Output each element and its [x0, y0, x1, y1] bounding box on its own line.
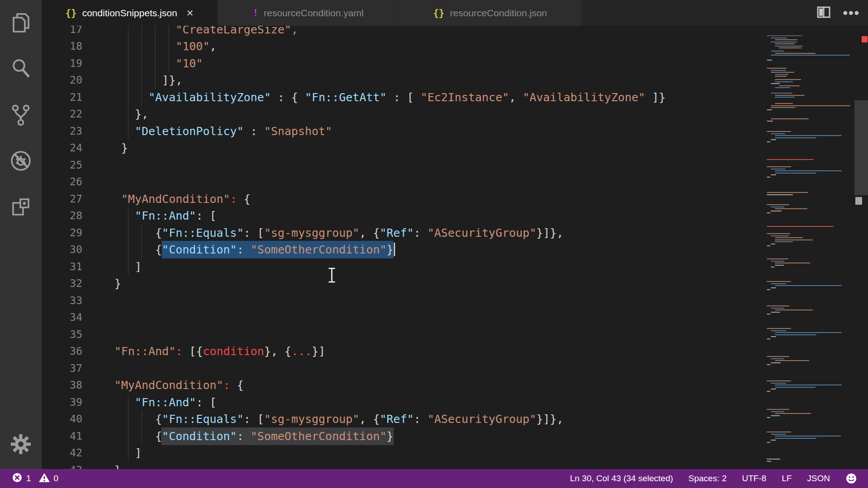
minimap-line	[771, 83, 780, 84]
code-token: {	[114, 243, 162, 256]
code-line[interactable]: 25	[42, 157, 868, 174]
code-line[interactable]: 40 {"Fn::Equals": ["sg-mysggroup", {"Ref…	[42, 411, 868, 428]
code-line[interactable]: 30 {"Condition": "SomeOtherCondition"}	[42, 241, 868, 258]
minimap-line	[767, 159, 814, 160]
indent-guide	[142, 428, 142, 445]
minimap-line	[771, 312, 780, 313]
indent-guide	[142, 89, 142, 106]
code-line[interactable]: 23 "DeletionPolicy" : "Snapshot"	[42, 123, 868, 140]
code-line[interactable]: 22 },	[42, 106, 868, 123]
code-token: "MyAndCondition"	[121, 192, 230, 206]
indent-guide	[155, 55, 156, 72]
code-line[interactable]: 27 "MyAndCondition": {	[42, 191, 868, 208]
tab-conditionSnippets-json[interactable]: {} conditionSnippets.json ✕	[42, 0, 218, 26]
minimap-line	[775, 438, 816, 439]
code-line[interactable]: 26	[42, 174, 868, 191]
code-token	[114, 26, 175, 36]
code-line[interactable]: 18 "100",	[42, 38, 868, 55]
code-token: "CreateLargeSize",	[175, 26, 298, 36]
code-line[interactable]: 32}	[42, 275, 868, 292]
code-line[interactable]: 31 ]	[42, 258, 868, 276]
extensions-icon[interactable]	[0, 186, 42, 228]
language-mode[interactable]: JSON	[807, 474, 830, 483]
code-line[interactable]: 19 "10"	[42, 55, 868, 72]
code-line[interactable]: 24 }	[42, 140, 868, 157]
line-number: 29	[42, 225, 82, 242]
code-token: ]},	[114, 74, 183, 87]
line-number: 17	[42, 26, 82, 38]
line-number: 18	[42, 38, 82, 55]
code-token: :	[230, 192, 237, 206]
minimap-line	[775, 285, 842, 286]
minimap-line	[775, 239, 813, 240]
code-line[interactable]: 36"Fn::And": [{condition}, {...}]	[42, 343, 868, 360]
tab-resourceCondition-yaml[interactable]: ! resourceCondition.yaml	[218, 0, 399, 26]
more-actions-icon[interactable]: •••	[843, 0, 860, 26]
code-token: "Ref"	[380, 226, 414, 239]
eol-setting[interactable]: LF	[782, 474, 792, 483]
indentation-setting[interactable]: Spaces: 2	[689, 474, 727, 483]
code-line[interactable]: 42 ]	[42, 445, 868, 462]
explorer-icon[interactable]	[0, 2, 42, 43]
minimap-line	[775, 332, 842, 333]
code-line[interactable]: 20 ]},	[42, 72, 868, 89]
code-line[interactable]: 37	[42, 360, 868, 377]
indent-guide	[128, 445, 128, 462]
code-line[interactable]: 38"MyAndCondition": {	[42, 377, 868, 394]
code-token: "Condition"	[162, 430, 237, 443]
code-editor[interactable]: 17 "CreateLargeSize",18 "100",19 "10"20 …	[42, 26, 868, 469]
tab-resourceCondition-json[interactable]: {} resourceCondition.json	[399, 0, 582, 26]
minimap-line	[767, 121, 773, 122]
indent-guide	[128, 106, 128, 123]
activity-bar	[0, 0, 42, 469]
code-line[interactable]: 41 {"Condition": "SomeOtherCondition"}	[42, 428, 868, 445]
split-editor-icon[interactable]	[816, 5, 831, 21]
code-line[interactable]: 33	[42, 292, 868, 310]
indent-guide	[142, 55, 142, 72]
code-line[interactable]: 21 "AvailabilityZone" : { "Fn::GetAtt" :…	[42, 89, 868, 106]
feedback-smiley-icon[interactable]	[845, 473, 857, 484]
code-token: : [	[196, 209, 217, 222]
code-line[interactable]: 39 "Fn::And": [	[42, 394, 868, 411]
settings-gear-icon[interactable]	[0, 423, 42, 465]
code-line[interactable]: 29 {"Fn::Equals": ["sg-mysggroup", {"Ref…	[42, 225, 868, 242]
code-token	[114, 192, 121, 206]
selection-marker	[855, 197, 862, 205]
encoding-setting[interactable]: UTF-8	[742, 474, 766, 483]
scrollbar-thumb[interactable]	[854, 100, 868, 195]
line-number: 30	[42, 241, 82, 258]
code-token: }	[387, 243, 393, 256]
line-number: 43	[42, 462, 82, 469]
code-token: }	[114, 141, 128, 155]
problems-indicator[interactable]: 1 0	[12, 472, 58, 485]
line-number: 34	[42, 309, 82, 326]
debug-icon[interactable]	[0, 140, 42, 182]
indent-guide	[142, 38, 142, 55]
minimap-line	[771, 411, 784, 412]
code-line[interactable]: 28 "Fn::And": [	[42, 207, 868, 225]
cursor-position[interactable]: Ln 30, Col 43 (34 selected)	[570, 474, 673, 483]
indent-guide	[128, 241, 128, 258]
tab-bar: {} conditionSnippets.json ✕ ! resourceCo…	[42, 0, 868, 26]
error-count: 1	[26, 474, 31, 483]
minimap-line	[767, 166, 791, 167]
code-token: "MyAndCondition"	[114, 379, 223, 392]
code-line[interactable]: 34	[42, 309, 868, 326]
code-line[interactable]: 43}	[42, 462, 868, 469]
code-token: , {	[359, 413, 380, 426]
json-braces-icon: {}	[433, 8, 444, 19]
minimap-line	[771, 174, 776, 175]
minimap[interactable]	[764, 26, 854, 469]
minimap-line	[767, 60, 772, 61]
line-number: 35	[42, 326, 82, 343]
source-control-icon[interactable]	[0, 94, 42, 136]
code-line[interactable]: 35	[42, 326, 868, 343]
minimap-line	[771, 133, 785, 134]
indent-guide	[142, 26, 142, 38]
code-line[interactable]: 17 "CreateLargeSize",	[42, 26, 868, 38]
search-icon[interactable]	[0, 48, 42, 89]
minimap-line	[767, 194, 793, 195]
minimap-line	[771, 206, 784, 207]
code-token: , {	[359, 226, 380, 239]
close-icon[interactable]: ✕	[186, 8, 194, 19]
